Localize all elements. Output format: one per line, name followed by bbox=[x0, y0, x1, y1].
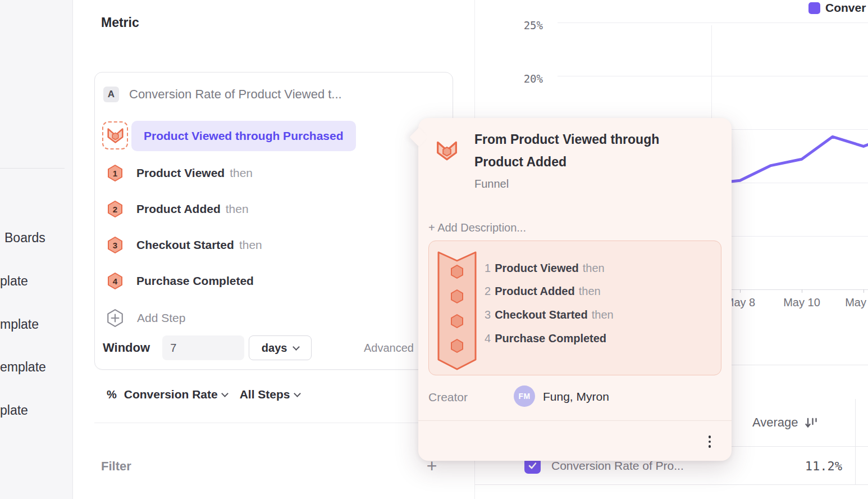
check-icon bbox=[527, 460, 538, 471]
sidebar: Boards plate mplate emplate plate bbox=[0, 0, 73, 499]
popup-step-4: 4Purchase Completed bbox=[485, 330, 610, 347]
sidebar-item-template-4[interactable]: plate bbox=[0, 403, 28, 418]
measured-as-row: % Conversion Rate All Steps bbox=[107, 386, 300, 403]
table-column-divider bbox=[855, 399, 856, 485]
popup-step-1: 1Product Viewedthen bbox=[485, 260, 605, 276]
table-row-average-value: 11.2% bbox=[764, 459, 842, 473]
window-unit-value: days bbox=[262, 342, 287, 355]
funnel-drag-icon-box[interactable] bbox=[102, 121, 128, 149]
creator-label: Creator bbox=[428, 391, 468, 404]
funnel-details-popup: From Product Viewed through Product Adde… bbox=[418, 118, 732, 461]
step-3-connector: then bbox=[239, 238, 262, 251]
window-value-input[interactable] bbox=[162, 335, 244, 360]
popup-title: From Product Viewed through Product Adde… bbox=[474, 128, 693, 173]
step-4-name: Purchase Completed bbox=[136, 274, 254, 287]
metric-section-heading: Metric bbox=[101, 15, 139, 30]
more-options-kebab-icon[interactable] bbox=[702, 432, 717, 452]
percent-icon: % bbox=[107, 388, 117, 401]
app-screen: Conver 25% 20% May 8May 10May 12 Average… bbox=[0, 0, 868, 499]
add-description-button[interactable]: + Add Description... bbox=[428, 221, 526, 234]
table-row-divider bbox=[475, 484, 868, 485]
add-step-hexagon-plus-icon bbox=[106, 309, 124, 328]
selected-funnel-pill[interactable]: Product Viewed through Purchased bbox=[131, 121, 356, 151]
sidebar-divider bbox=[0, 168, 65, 169]
step-2-connector: then bbox=[226, 202, 249, 215]
popup-step-3: 3Checkout Startedthen bbox=[485, 306, 614, 323]
sidebar-item-template-2[interactable]: mplate bbox=[0, 317, 39, 332]
funnel-step-row-2[interactable]: 2 Product Addedthen bbox=[107, 200, 249, 218]
window-unit-select[interactable]: days bbox=[249, 335, 312, 360]
popup-step-2: 2Product Addedthen bbox=[485, 283, 601, 300]
step-2-badge: 2 bbox=[107, 200, 124, 218]
table-row-label[interactable]: Conversion Rate of Pro... bbox=[551, 459, 684, 473]
conversion-window-row: Window days bbox=[103, 335, 312, 360]
creator-name: Fung, Myron bbox=[543, 390, 609, 403]
filter-section-heading: Filter bbox=[101, 459, 131, 474]
average-column-label: Average bbox=[752, 415, 798, 430]
funnel-step-row-4[interactable]: 4 Purchase Completed bbox=[107, 272, 259, 290]
series-title[interactable]: Conversion Rate of Product Viewed t... bbox=[129, 87, 342, 102]
sidebar-item-template-1[interactable]: plate bbox=[0, 274, 28, 289]
chevron-down-icon[interactable] bbox=[221, 390, 229, 397]
step-2-name: Product Added bbox=[136, 202, 221, 215]
advanced-link[interactable]: Advanced bbox=[364, 342, 414, 355]
steps-scope-dropdown[interactable]: All Steps bbox=[240, 388, 290, 401]
window-label: Window bbox=[103, 341, 150, 355]
sidebar-item-boards[interactable]: Boards bbox=[4, 230, 45, 246]
popup-type-label: Funnel bbox=[474, 178, 509, 190]
funnel-step-row-1[interactable]: 1 Product Viewedthen bbox=[107, 164, 253, 182]
funnel-icon bbox=[436, 140, 458, 164]
step-1-badge: 1 bbox=[107, 164, 124, 182]
step-3-badge: 3 bbox=[107, 236, 124, 254]
table-column-average[interactable]: Average bbox=[752, 415, 818, 430]
add-step-label: Add Step bbox=[137, 311, 185, 325]
funnel-preview-card: 1Product Viewedthen 2Product Addedthen 3… bbox=[428, 241, 721, 375]
funnel-step-row-3[interactable]: 3 Checkout Startedthen bbox=[107, 236, 262, 254]
chart-line-series bbox=[709, 135, 868, 184]
step-1-connector: then bbox=[230, 166, 253, 179]
add-step-button[interactable]: Add Step bbox=[106, 309, 185, 328]
creator-avatar: FM bbox=[514, 385, 535, 407]
sidebar-item-template-3[interactable]: emplate bbox=[0, 360, 46, 375]
step-4-badge: 4 bbox=[107, 272, 124, 290]
section-divider bbox=[94, 423, 474, 423]
chevron-down-icon[interactable] bbox=[294, 390, 301, 397]
funnel-icon bbox=[107, 128, 124, 144]
series-a-badge: A bbox=[103, 87, 119, 102]
measure-type-dropdown[interactable]: Conversion Rate bbox=[124, 388, 218, 401]
popup-footer-divider bbox=[418, 420, 732, 421]
step-3-name: Checkout Started bbox=[136, 238, 234, 251]
step-1-name: Product Viewed bbox=[136, 166, 225, 179]
sort-descending-icon[interactable] bbox=[804, 416, 818, 430]
funnel-ribbon-icon bbox=[437, 251, 477, 373]
chevron-down-icon bbox=[293, 343, 300, 351]
